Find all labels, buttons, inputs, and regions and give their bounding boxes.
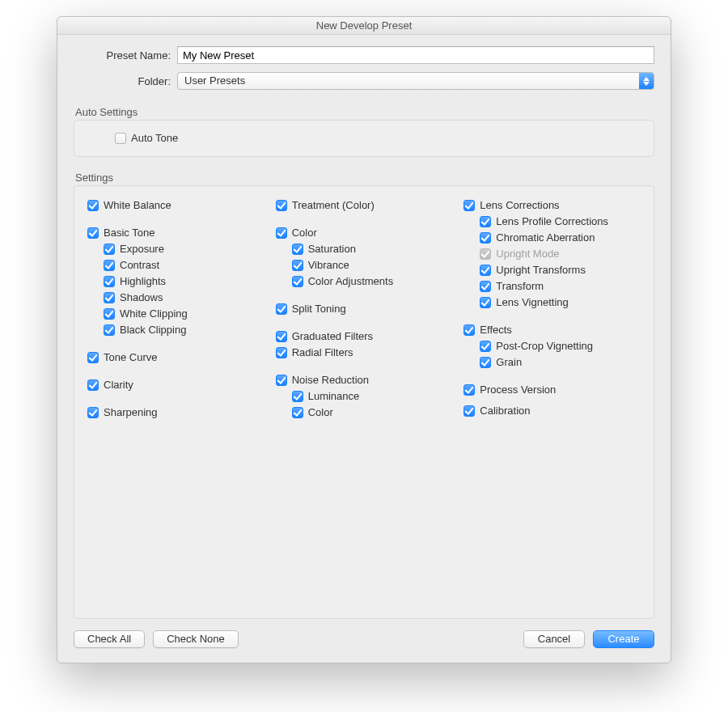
dialog-content: Preset Name: Folder: User Presets Auto S…	[57, 35, 671, 630]
preset-name-label: Preset Name:	[74, 49, 171, 61]
upright-transforms-checkbox[interactable]	[480, 265, 491, 276]
color-adjustments-checkbox[interactable]	[292, 276, 303, 287]
exposure-checkbox[interactable]	[104, 244, 115, 255]
color-checkbox[interactable]	[276, 227, 287, 239]
black-clipping-checkbox[interactable]	[104, 324, 115, 336]
tone-curve-label: Tone Curve	[104, 350, 157, 366]
dialog: New Develop Preset Preset Name: Folder: …	[57, 16, 671, 663]
process-version-label: Process Version	[480, 382, 556, 398]
post-crop-vignetting-label: Post-Crop Vignetting	[496, 338, 593, 354]
sharpening-label: Sharpening	[104, 405, 158, 421]
preset-name-input[interactable]	[177, 46, 654, 64]
check-all-button[interactable]: Check All	[74, 630, 145, 648]
lens-profile-corrections-checkbox[interactable]	[480, 216, 491, 227]
clarity-checkbox[interactable]	[87, 379, 99, 391]
create-button[interactable]: Create	[593, 630, 654, 648]
basic-tone-label: Basic Tone	[104, 225, 154, 241]
auto-tone-row: Auto Tone	[115, 130, 644, 146]
chromatic-aberration-checkbox[interactable]	[480, 232, 491, 244]
lens-corrections-checkbox[interactable]	[463, 200, 475, 211]
vibrance-checkbox[interactable]	[292, 260, 303, 271]
grain-checkbox[interactable]	[480, 357, 491, 368]
saturation-checkbox[interactable]	[292, 244, 303, 255]
chromatic-aberration-label: Chromatic Aberration	[496, 230, 595, 246]
upright-mode-checkbox	[480, 248, 491, 260]
radial-filters-checkbox[interactable]	[276, 347, 287, 358]
treatment-checkbox[interactable]	[276, 200, 287, 211]
post-crop-vignetting-checkbox[interactable]	[480, 341, 491, 352]
grain-label: Grain	[496, 354, 522, 371]
tone-curve-checkbox[interactable]	[87, 352, 99, 363]
lens-profile-corrections-label: Lens Profile Corrections	[496, 214, 608, 230]
white-balance-label: White Balance	[104, 197, 171, 214]
highlights-label: Highlights	[120, 273, 166, 290]
radial-filters-label: Radial Filters	[292, 345, 353, 361]
white-balance-checkbox[interactable]	[87, 200, 99, 211]
highlights-checkbox[interactable]	[104, 276, 115, 287]
split-toning-label: Split Toning	[292, 301, 346, 317]
graduated-filters-checkbox[interactable]	[276, 331, 287, 342]
split-toning-checkbox[interactable]	[276, 303, 287, 315]
window-title: New Develop Preset	[57, 17, 671, 35]
treatment-label: Treatment (Color)	[292, 197, 375, 214]
settings-panel: White Balance Basic Tone Exposure Contra…	[74, 185, 654, 619]
shadows-label: Shadows	[120, 290, 163, 306]
contrast-label: Contrast	[120, 257, 159, 273]
upright-mode-label: Upright Mode	[496, 246, 559, 262]
white-clipping-label: White Clipping	[120, 306, 188, 322]
white-clipping-checkbox[interactable]	[104, 308, 115, 320]
luminance-checkbox[interactable]	[292, 391, 303, 402]
lens-vignetting-label: Lens Vignetting	[496, 295, 568, 311]
basic-tone-checkbox[interactable]	[87, 227, 99, 239]
settings-col-1: White Balance Basic Tone Exposure Contra…	[87, 197, 268, 421]
nr-color-label: Color	[308, 405, 333, 421]
updown-icon	[639, 73, 654, 89]
vibrance-label: Vibrance	[308, 257, 349, 273]
auto-tone-checkbox[interactable]	[115, 133, 126, 144]
sharpening-checkbox[interactable]	[87, 407, 99, 418]
noise-reduction-label: Noise Reduction	[292, 372, 369, 388]
noise-reduction-checkbox[interactable]	[276, 375, 287, 386]
effects-checkbox[interactable]	[463, 324, 475, 336]
saturation-label: Saturation	[308, 241, 356, 257]
auto-settings-heading: Auto Settings	[75, 106, 654, 118]
auto-settings-panel: Auto Tone	[74, 120, 654, 157]
exposure-label: Exposure	[120, 241, 164, 257]
black-clipping-label: Black Clipping	[120, 322, 186, 338]
lens-vignetting-checkbox[interactable]	[480, 297, 491, 308]
calibration-checkbox[interactable]	[463, 405, 475, 417]
folder-select[interactable]: User Presets	[177, 72, 654, 90]
cancel-button[interactable]: Cancel	[523, 630, 585, 648]
upright-transforms-label: Upright Transforms	[496, 262, 586, 278]
folder-label: Folder:	[74, 75, 171, 87]
transform-checkbox[interactable]	[480, 281, 491, 292]
contrast-checkbox[interactable]	[104, 260, 115, 271]
settings-heading: Settings	[75, 172, 654, 184]
calibration-label: Calibration	[480, 403, 530, 419]
color-adjustments-label: Color Adjustments	[308, 273, 394, 290]
dialog-footer: Check All Check None Cancel Create	[57, 630, 671, 663]
transform-label: Transform	[496, 278, 544, 295]
luminance-label: Luminance	[308, 388, 360, 405]
color-label: Color	[292, 225, 317, 241]
effects-label: Effects	[480, 322, 512, 338]
settings-col-3: Lens Corrections Lens Profile Correction…	[463, 197, 644, 421]
graduated-filters-label: Graduated Filters	[292, 328, 373, 345]
shadows-checkbox[interactable]	[104, 292, 115, 303]
auto-tone-label: Auto Tone	[131, 130, 178, 146]
check-none-button[interactable]: Check None	[153, 630, 239, 648]
folder-select-value: User Presets	[178, 73, 639, 89]
process-version-checkbox[interactable]	[463, 384, 475, 396]
settings-col-2: Treatment (Color) Color Saturation Vibra…	[276, 197, 456, 421]
lens-corrections-label: Lens Corrections	[480, 197, 559, 214]
clarity-label: Clarity	[104, 377, 133, 393]
nr-color-checkbox[interactable]	[292, 407, 303, 418]
